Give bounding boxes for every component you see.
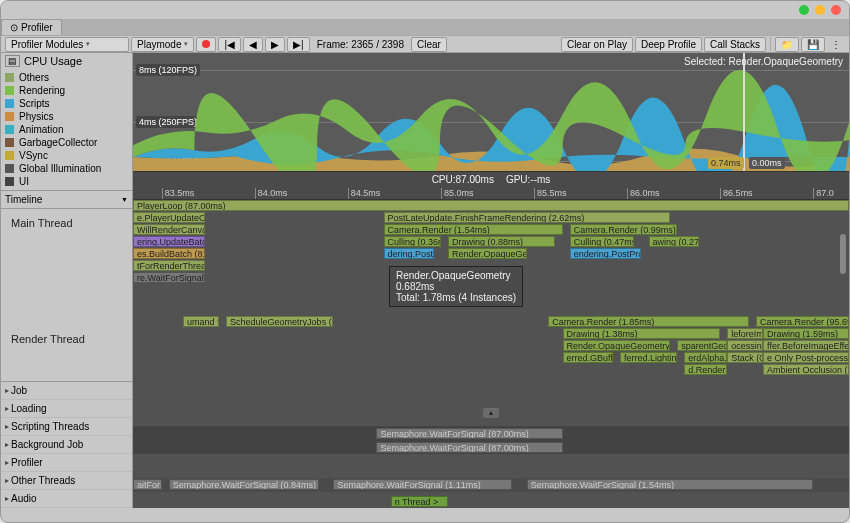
timeline-bar[interactable]: Drawing (1.38ms) [563,328,721,339]
timeline-bar[interactable]: ScheduleGeometryJobs (0.87ms) [226,316,333,327]
next-frame-button[interactable]: ▶ [265,37,285,52]
load-button[interactable]: 📁 [775,37,799,52]
timeline-bar[interactable]: e Only Post-processing (1.2 [763,352,849,363]
timeline-bar[interactable]: ocessing (0 [727,340,763,351]
timeline-tracks[interactable]: PlayerLoop (87.00ms)e.PlayerUpdateCanvPo… [133,200,849,490]
legend-item[interactable]: Others [5,71,128,84]
cpu-graph[interactable]: Selected: Render.OpaqueGeometry 8ms (120… [133,53,849,172]
legend-item[interactable]: Physics [5,110,128,123]
timeline-bar[interactable]: ferred.Lighting [620,352,677,363]
timeline-bar[interactable]: Stack (0 [727,352,763,363]
timeline-bar[interactable]: d.RenderLoo [684,364,727,375]
wait-bar[interactable]: Semaphore.WaitForSignal (0.84ms) [169,479,319,490]
legend-item[interactable]: Scripts [5,97,128,110]
legend-swatch [5,86,14,95]
maximize-button[interactable] [799,5,809,15]
timeline-bar[interactable]: dering.PostP [384,248,434,259]
timeline-bar[interactable]: erdAlpha.Ren [684,352,727,363]
timeline-bar[interactable]: WillRenderCanvases [133,224,205,235]
playmode-dropdown[interactable]: Playmode [131,37,194,52]
expand-render-button[interactable]: ▴ [483,408,499,418]
thread-group-item[interactable]: ▸Audio [1,490,132,508]
timeline-bar[interactable]: endering.PostProc [570,248,642,259]
legend-swatch [5,151,14,160]
thread-group-label: Loading [11,403,47,414]
clear-on-play-button[interactable]: Clear on Play [561,37,633,52]
timeline-bar[interactable]: Camera.Render (1.54ms) [384,224,563,235]
first-frame-button[interactable]: |◀ [218,37,241,52]
legend-item[interactable]: Rendering [5,84,128,97]
timeline-bar[interactable]: ffer.BeforeImageEffectsOpa [763,340,849,351]
chevron-right-icon: ▸ [5,494,9,503]
cpu-module-header[interactable]: ▤ CPU Usage [1,53,132,69]
timeline-bar[interactable]: PostLateUpdate.FinishFrameRendering (2.6… [384,212,670,223]
view-dropdown[interactable]: Timeline ▼ [1,191,132,209]
thread-group-item[interactable]: ▸Other Threads [1,472,132,490]
wait-bar[interactable]: Semaphore.WaitForSignal (1.11ms) [333,479,512,490]
timeline-bar[interactable]: Render.OpaqueGeometry (0.97ms) [563,340,670,351]
time-ruler[interactable]: 83.5ms84.0ms84.5ms85.0ms85.5ms86.0ms86.5… [133,187,849,200]
vertical-scrollbar[interactable] [839,234,847,480]
timeline-bar[interactable]: Camera.Render (0.99ms) [570,224,677,235]
menu-button[interactable]: ⋮ [827,39,845,50]
thread-group-item[interactable]: ▸Background Job [1,436,132,454]
timeline-bar[interactable]: Culling (0.36ms) [384,236,441,247]
graph-svg [133,53,849,171]
minimize-button[interactable] [815,5,825,15]
timeline-bar[interactable]: re.WaitForSignal ( [133,272,205,283]
profiler-modules-dropdown[interactable]: Profiler Modules [5,37,129,52]
save-button[interactable]: 💾 [801,37,825,52]
prev-frame-button[interactable]: ◀ [243,37,263,52]
call-stacks-button[interactable]: Call Stacks [704,37,766,52]
legend-label: Animation [19,123,63,136]
stats-bar: CPU:87.00ms GPU:--ms [133,172,849,187]
record-button[interactable] [196,37,216,52]
scrollbar-thumb[interactable] [840,234,846,274]
timeline-bar[interactable]: sparentGeom [677,340,727,351]
timeline-bar[interactable]: es.BuildBatch (81.8 [133,248,205,259]
thread-group-label: Job [11,385,27,396]
legend-item[interactable]: VSync [5,149,128,162]
legend-label: Scripts [19,97,50,110]
wait-bar[interactable]: Semaphore.WaitForSignal (1.54ms) [527,479,813,490]
clear-button[interactable]: Clear [411,37,447,52]
semaphore-bar[interactable]: Semaphore.WaitForSignal (87.00ms) [376,428,562,439]
thread-group-label: Other Threads [11,475,75,486]
timeline-bar[interactable]: leforeImag [727,328,763,339]
job-track: Semaphore.WaitForSignal (87.00ms) [133,426,849,442]
deep-profile-button[interactable]: Deep Profile [635,37,702,52]
wait-bar[interactable]: aitForSi [133,479,162,490]
legend-item[interactable]: Animation [5,123,128,136]
thread-group-item[interactable]: ▸Scripting Threads [1,418,132,436]
last-frame-button[interactable]: ▶| [287,37,310,52]
timeline-bar[interactable]: umand to [183,316,219,327]
timeline-bar[interactable]: awing (0.27m) [649,236,699,247]
timeline-bar[interactable]: Drawing (0.88ms) [448,236,555,247]
thread-group-item[interactable]: ▸Job [1,382,132,400]
legend-item[interactable]: UI [5,175,128,188]
legend-item[interactable]: Global Illumination [5,162,128,175]
timeline-bar[interactable]: Camera.Render (95.69ms) [756,316,849,327]
legend-swatch [5,112,14,121]
legend-label: VSync [19,149,48,162]
thread-group-item[interactable]: ▸Profiler [1,454,132,472]
frame-cursor[interactable] [743,53,745,171]
timeline-bar[interactable]: tForRenderThread ( [133,260,205,271]
semaphore-bar[interactable]: Semaphore.WaitForSignal (87.00ms) [376,442,562,453]
timeline-bar[interactable]: Drawing (1.59ms) [763,328,849,339]
timeline-bar[interactable]: erred.GBuffe [563,352,613,363]
timeline-bar[interactable]: Ambient Occlusion (1.49ms) [763,364,849,375]
thread-bar[interactable]: n Thread > [391,496,448,507]
close-button[interactable] [831,5,841,15]
timeline-bar[interactable]: Render.OpaqueGeometry (0.68ms) [448,248,527,259]
legend-label: Global Illumination [19,162,101,175]
tab-profiler[interactable]: ⊙ Profiler [1,19,62,35]
thread-group-item[interactable]: ▸Loading [1,400,132,418]
legend-item[interactable]: GarbageCollector [5,136,128,149]
ruler-tick: 87.0 [813,188,834,200]
timeline-bar[interactable]: Culling (0.47ms) [570,236,634,247]
timeline-bar[interactable]: Camera.Render (1.85ms) [548,316,748,327]
timeline-bar[interactable]: e.PlayerUpdateCanv [133,212,205,223]
timeline-bar[interactable]: PlayerLoop (87.00ms) [133,200,849,211]
timeline-bar[interactable]: ering.UpdateBatche [133,236,205,247]
